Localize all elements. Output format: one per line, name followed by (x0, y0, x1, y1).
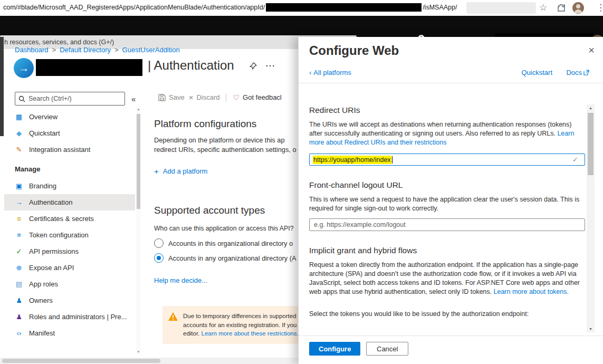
sidebar-item-app-roles[interactable]: ▤App roles (4, 276, 135, 292)
roles-administrators-icon: ♟ (15, 313, 23, 321)
browser-menu-icon[interactable]: ⋮ (596, 3, 603, 13)
back-label: All platforms (313, 69, 351, 76)
sidebar-item-label: Overview (29, 113, 58, 121)
integration-assistant-icon: ✎ (15, 146, 23, 154)
scrollbar-thumb[interactable] (137, 114, 140, 209)
sidebar-item-api-permissions[interactable]: ✓API permissions (4, 243, 135, 260)
warning-restrictions-link[interactable]: Learn more about these restrictions. (202, 330, 298, 337)
radio-label: Accounts in any organizational directory… (168, 254, 296, 262)
browser-chrome: com/#blade/Microsoft_AAD_RegisteredApps/… (0, 0, 603, 16)
all-platforms-back-link[interactable]: ‹All platforms (309, 69, 351, 76)
breadcrumb-dashboard[interactable]: Dashboard (15, 46, 49, 54)
docs-link[interactable]: Docs (566, 69, 589, 76)
sidebar-collapse-icon[interactable]: « (131, 94, 136, 103)
panel-header-divider (299, 83, 603, 83)
sidebar-item-expose-api[interactable]: ⊕Expose an API (4, 260, 135, 276)
sidebar-search-input[interactable] (28, 95, 116, 102)
front-channel-logout-desc: This is where we send a request to have … (309, 195, 586, 213)
sidebar-scrollbar[interactable]: ▲ ▼ (136, 107, 141, 355)
save-button[interactable]: Save (158, 93, 185, 101)
save-icon (158, 94, 166, 101)
feedback-heart-icon: ♡ (233, 93, 240, 102)
warning-line2: accounts for an existing registration. I… (183, 321, 298, 330)
sidebar-item-label: Quickstart (29, 129, 60, 137)
radio-single-tenant[interactable]: Accounts in this organizational director… (154, 238, 293, 248)
sidebar-item-certificates[interactable]: ¤Certificates & secrets (4, 210, 135, 227)
sidebar-item-quickstart[interactable]: ◆Quickstart (4, 125, 135, 141)
sidebar-item-integration-assistant[interactable]: ✎Integration assistant (4, 141, 135, 158)
scroll-down-icon[interactable]: ▼ (587, 327, 595, 331)
page-title: | Authentication (148, 58, 234, 73)
redirect-uri-value: https://youapp/home/index (313, 156, 391, 164)
platform-configurations-heading: Platform configurations (154, 118, 256, 130)
command-bar: Save × Discard ♡ Got feedbacl (158, 93, 282, 102)
configure-button[interactable]: Configure (309, 342, 360, 356)
more-actions-icon[interactable]: … (265, 57, 276, 69)
horizontal-scrollbar[interactable] (0, 358, 298, 364)
breadcrumb-directory[interactable]: Default Directory (60, 46, 111, 54)
discard-label: Discard (196, 93, 219, 101)
address-bar[interactable]: com/#blade/Microsoft_AAD_RegisteredApps/… (3, 4, 457, 12)
horizontal-scrollbar-thumb[interactable] (2, 359, 160, 363)
platform-desc-line1: Depending on the platform or device this… (154, 136, 285, 144)
redirect-uris-desc: The URIs we will accept as destinations … (309, 120, 586, 147)
close-icon[interactable]: × (588, 44, 595, 56)
text-caret (392, 156, 393, 164)
panel-scrollbar-thumb[interactable] (588, 113, 594, 175)
sidebar-item-roles-administrators[interactable]: ♟Roles and administrators | Pre... (4, 309, 135, 325)
supported-account-types-heading: Supported account types (154, 205, 265, 216)
feedback-label: Got feedbacl (243, 93, 282, 101)
help-me-decide-link[interactable]: Help me decide... (154, 276, 207, 284)
docs-label: Docs (566, 69, 582, 76)
back-chevron-icon: ‹ (309, 69, 311, 76)
sidebar-item-label: Manifest (29, 329, 55, 337)
quickstart-link[interactable]: Quickstart (521, 69, 552, 76)
sidebar-item-label: Expose an API (29, 264, 74, 272)
breadcrumb: Dashboard>Default Directory>GuestUserAdd… (15, 46, 180, 54)
azure-top-bar: h resources, services, and docs (G+/) >_… (0, 16, 603, 37)
input-valid-check-icon: ✓ (572, 156, 578, 164)
browser-profile-avatar[interactable] (572, 2, 584, 14)
tokens-learn-more-link[interactable]: Learn more about tokens. (494, 288, 569, 295)
authentication-icon: → (15, 198, 23, 206)
redacted-app-id (266, 3, 422, 12)
redirect-uri-input[interactable]: https://youapp/home/index ✓ (309, 154, 585, 166)
scroll-down-icon[interactable]: ▼ (136, 350, 141, 353)
bookmark-star-icon[interactable]: ☆ (539, 3, 547, 13)
branding-icon: ▣ (15, 182, 23, 190)
warning-line3-text: editor. (183, 330, 202, 337)
sidebar-item-owners[interactable]: ♟Owners (4, 292, 135, 309)
breadcrumb-app[interactable]: GuestUserAddition (122, 46, 180, 54)
implicit-grant-heading: Implicit grant and hybrid flows (309, 246, 417, 255)
add-platform-button[interactable]: + Add a platform (154, 167, 207, 176)
sidebar-item-branding[interactable]: ▣Branding (4, 178, 135, 194)
scroll-up-icon[interactable]: ▲ (587, 106, 595, 110)
scroll-up-icon[interactable]: ▲ (136, 108, 141, 111)
got-feedback-button[interactable]: ♡ Got feedbacl (233, 93, 281, 102)
extensions-puzzle-icon[interactable] (557, 4, 566, 15)
sidebar-item-overview[interactable]: ▦Overview (4, 109, 135, 125)
redacted-app-name (36, 59, 142, 76)
logout-url-input[interactable] (309, 218, 585, 231)
pin-icon[interactable] (249, 62, 257, 72)
search-icon (18, 95, 25, 102)
sidebar-item-authentication[interactable]: →Authentication (4, 194, 135, 210)
implicit-grant-desc: Request a token directly from the author… (309, 261, 586, 296)
add-platform-label: Add a platform (163, 167, 208, 175)
left-edge-strip (0, 37, 4, 136)
radio-selected-icon[interactable] (154, 253, 164, 263)
panel-scrollbar[interactable]: ▲ ▼ (587, 104, 595, 332)
discard-button[interactable]: × Discard (189, 93, 220, 102)
breadcrumb-separator: > (114, 46, 119, 54)
radio-unselected-icon[interactable] (154, 238, 164, 248)
sidebar-item-token-configuration[interactable]: ≡Token configuration (4, 227, 135, 243)
screen: com/#blade/Microsoft_AAD_RegisteredApps/… (0, 0, 603, 364)
warning-line3: editor. Learn more about these restricti… (183, 329, 298, 338)
radio-multi-tenant[interactable]: Accounts in any organizational directory… (154, 253, 296, 263)
sidebar-item-manifest[interactable]: ‹›Manifest (4, 325, 135, 341)
configure-web-panel: Configure Web × ‹All platforms Quickstar… (298, 37, 603, 364)
redirect-uris-heading: Redirect URIs (309, 106, 360, 115)
cancel-button[interactable]: Cancel (366, 342, 408, 356)
url-prefix: com/#blade/Microsoft_AAD_RegisteredApps/… (3, 4, 265, 11)
sidebar-search[interactable] (15, 92, 125, 106)
